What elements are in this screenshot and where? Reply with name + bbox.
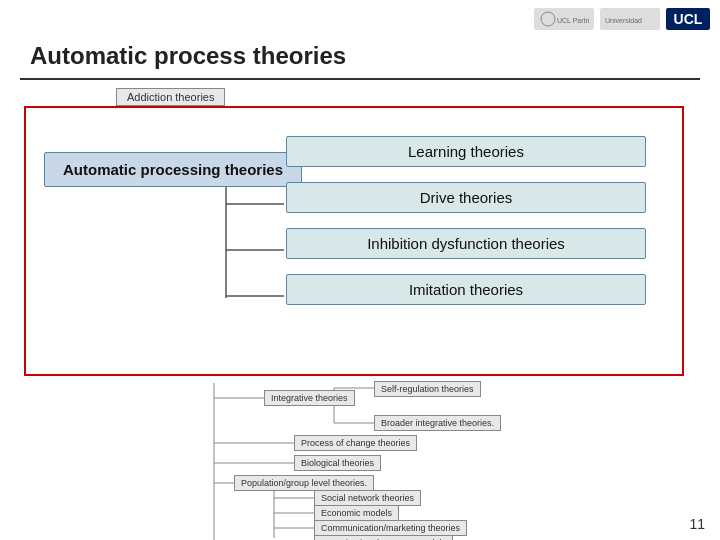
process-change-box: Process of change theories <box>294 435 417 451</box>
title-divider <box>20 78 700 80</box>
logo2: Universidad <box>600 8 660 30</box>
lower-diagram: Integrative theories Self-regulation the… <box>24 383 684 540</box>
imitation-theories-box: Imitation theories <box>286 274 646 305</box>
integrative-theories-box: Integrative theories <box>264 390 355 406</box>
page-number: 11 <box>689 516 705 532</box>
header-logos: UCL Partner Universidad UCL <box>534 8 710 30</box>
red-border-box: Automatic processing theories Learning t… <box>24 106 684 376</box>
economic-models-box: Economic models <box>314 505 399 521</box>
svg-text:UCL Partner: UCL Partner <box>557 17 589 24</box>
ucl-logo: UCL <box>666 8 710 30</box>
social-network-box: Social network theories <box>314 490 421 506</box>
population-group-box: Population/group level theories. <box>234 475 374 491</box>
broader-integrative-box: Broader integrative theories. <box>374 415 501 431</box>
svg-point-0 <box>541 12 555 26</box>
page-title: Automatic process theories <box>30 42 346 70</box>
diagram-container: Addiction theories Automatic processing … <box>20 88 700 520</box>
organizational-box: Organizational systems models <box>314 535 453 540</box>
learning-theories-box: Learning theories <box>286 136 646 167</box>
self-regulation-box: Self-regulation theories <box>374 381 481 397</box>
communication-box: Communication/marketing theories <box>314 520 467 536</box>
biological-box: Biological theories <box>294 455 381 471</box>
inhibition-theories-box: Inhibition dysfunction theories <box>286 228 646 259</box>
logo1: UCL Partner <box>534 8 594 30</box>
auto-processing-box: Automatic processing theories <box>44 152 302 187</box>
drive-theories-box: Drive theories <box>286 182 646 213</box>
addiction-theories-box: Addiction theories <box>116 88 225 106</box>
svg-text:Universidad: Universidad <box>605 17 642 24</box>
